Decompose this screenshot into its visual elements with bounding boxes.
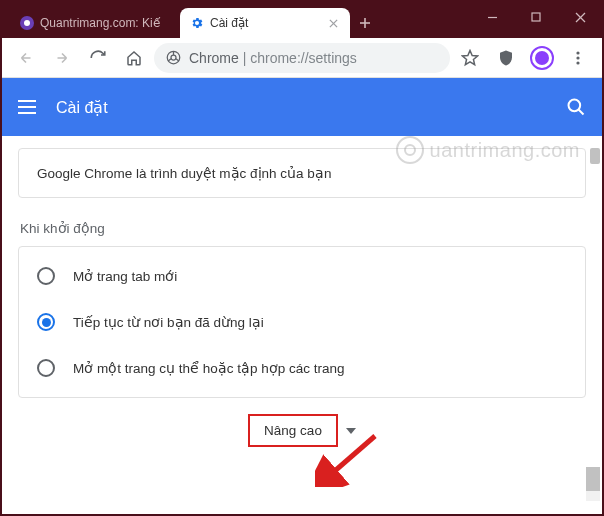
radio-label: Mở một trang cụ thể hoặc tập hợp các tra… xyxy=(73,360,345,376)
radio-icon xyxy=(37,313,55,331)
svg-point-10 xyxy=(576,51,579,54)
svg-line-14 xyxy=(579,110,584,115)
browser-toolbar: Chrome | chrome://settings xyxy=(2,38,602,78)
avatar-icon xyxy=(530,46,554,70)
maximize-button[interactable] xyxy=(514,2,558,32)
svg-rect-5 xyxy=(532,13,540,21)
chevron-down-icon[interactable] xyxy=(346,428,356,434)
startup-section-title: Khi khởi động xyxy=(20,220,586,236)
window-titlebar: Quantrimang.com: Kiế Cài đặt xyxy=(2,2,602,38)
startup-options-card: Mở trang tab mới Tiếp tục từ nơi bạn đã … xyxy=(18,246,586,398)
radio-icon xyxy=(37,359,55,377)
scrollbar[interactable] xyxy=(586,148,600,502)
svg-point-13 xyxy=(569,100,581,112)
profile-button[interactable] xyxy=(526,42,558,74)
svg-point-12 xyxy=(576,61,579,64)
radio-icon xyxy=(37,267,55,285)
forward-button[interactable] xyxy=(46,42,78,74)
startup-option-continue[interactable]: Tiếp tục từ nơi bạn đã dừng lại xyxy=(19,299,585,345)
gear-icon xyxy=(190,16,204,30)
back-button[interactable] xyxy=(10,42,42,74)
default-browser-card: Google Chrome là trình duyệt mặc định củ… xyxy=(18,148,586,198)
favicon-quantrimang xyxy=(20,16,34,30)
new-tab-button[interactable] xyxy=(350,8,380,38)
startup-option-specific[interactable]: Mở một trang cụ thể hoặc tập hợp các tra… xyxy=(19,345,585,391)
radio-label: Mở trang tab mới xyxy=(73,268,177,284)
minimize-button[interactable] xyxy=(470,2,514,32)
reload-button[interactable] xyxy=(82,42,114,74)
default-browser-text: Google Chrome là trình duyệt mặc định củ… xyxy=(37,166,331,181)
home-button[interactable] xyxy=(118,42,150,74)
advanced-button[interactable]: Nâng cao xyxy=(248,414,338,447)
page-title: Cài đặt xyxy=(56,98,546,117)
bookmark-button[interactable] xyxy=(454,42,486,74)
tabs-area: Quantrimang.com: Kiế Cài đặt xyxy=(2,2,470,38)
tab-title: Cài đặt xyxy=(210,16,320,30)
svg-point-11 xyxy=(576,56,579,59)
shield-button[interactable] xyxy=(490,42,522,74)
tab-settings[interactable]: Cài đặt xyxy=(180,8,350,38)
window-controls xyxy=(470,2,602,32)
startup-option-newtab[interactable]: Mở trang tab mới xyxy=(19,253,585,299)
hamburger-icon[interactable] xyxy=(18,100,36,114)
close-window-button[interactable] xyxy=(558,2,602,32)
tab-quantrimang[interactable]: Quantrimang.com: Kiế xyxy=(10,8,180,38)
svg-point-9 xyxy=(171,55,176,60)
search-icon[interactable] xyxy=(566,97,586,117)
tab-title: Quantrimang.com: Kiế xyxy=(40,16,170,30)
radio-label: Tiếp tục từ nơi bạn đã dừng lại xyxy=(73,314,264,330)
settings-header: Cài đặt xyxy=(2,78,602,136)
address-bar[interactable]: Chrome | chrome://settings xyxy=(154,43,450,73)
settings-content: Google Chrome là trình duyệt mặc định củ… xyxy=(2,136,602,514)
menu-button[interactable] xyxy=(562,42,594,74)
advanced-row: Nâng cao xyxy=(18,398,586,459)
address-text: Chrome | chrome://settings xyxy=(189,50,357,66)
close-icon[interactable] xyxy=(326,16,340,30)
chrome-icon xyxy=(166,50,181,65)
